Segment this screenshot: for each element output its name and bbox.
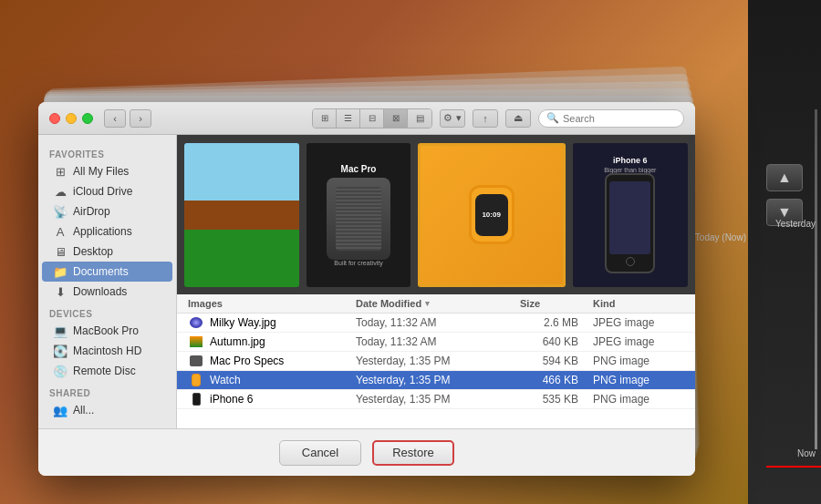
mac-pro-subtitle: Built for creativity bbox=[334, 260, 382, 266]
tags-section-label: Tags bbox=[38, 420, 176, 428]
view-icon-button[interactable]: ⊞ bbox=[313, 109, 337, 128]
search-input[interactable] bbox=[563, 113, 676, 124]
remote-disc-label: Remote Disc bbox=[73, 365, 136, 377]
file-kind-iphone6: PNG image bbox=[593, 393, 684, 406]
sidebar-item-all-my-files[interactable]: ⊞ All My Files bbox=[42, 161, 172, 181]
sidebar-item-remote-disc[interactable]: 💿 Remote Disc bbox=[42, 361, 172, 381]
file-name-mac-pro-specs: Mac Pro Specs bbox=[188, 355, 356, 367]
file-kind-milky-way: JPEG image bbox=[593, 316, 684, 329]
file-size-milky-way: 2.6 MB bbox=[520, 316, 593, 329]
file-size-watch: 466 KB bbox=[520, 374, 593, 386]
iphone6-thumbnail bbox=[192, 393, 201, 406]
downloads-icon: ⬇ bbox=[53, 284, 68, 299]
preview-thumb-watch[interactable]: 10:09 bbox=[418, 143, 566, 287]
share-button[interactable]: ↑ bbox=[473, 109, 498, 128]
view-list-button[interactable]: ☰ bbox=[337, 109, 360, 128]
nav-buttons: ‹ › bbox=[104, 109, 151, 128]
column-header-kind[interactable]: Kind bbox=[593, 298, 684, 309]
applications-label: Applications bbox=[73, 225, 132, 238]
time-machine-yesterday-label: Yesterday bbox=[775, 219, 816, 229]
preview-thumb-milky-way[interactable] bbox=[184, 143, 299, 287]
time-machine-today-label: Today (Now) bbox=[695, 232, 746, 242]
file-icon-autumn bbox=[188, 335, 204, 348]
column-header-size[interactable]: Size bbox=[520, 298, 593, 309]
sidebar-item-applications[interactable]: A Applications bbox=[42, 221, 172, 242]
macintosh-hd-label: Macintosh HD bbox=[73, 345, 141, 357]
airdrop-icon: 📡 bbox=[53, 204, 68, 219]
sidebar-item-all-shared[interactable]: 👥 All... bbox=[42, 400, 172, 420]
cancel-button[interactable]: Cancel bbox=[279, 440, 361, 466]
file-list-header: Images Date Modified ▾ Size Kind bbox=[177, 294, 695, 314]
sort-arrow-icon: ▾ bbox=[425, 299, 430, 308]
file-icon-milky-way bbox=[188, 316, 204, 329]
mac-pro-grill bbox=[336, 187, 381, 251]
favorites-section-label: Favorites bbox=[38, 142, 176, 161]
file-list: Images Date Modified ▾ Size Kind Milky W… bbox=[177, 294, 695, 428]
column-header-name[interactable]: Images bbox=[188, 298, 356, 309]
sidebar-item-documents[interactable]: 📁 Documents bbox=[42, 262, 172, 282]
preview-thumb-iphone6[interactable]: iPhone 6 Bigger than bigger bbox=[573, 143, 688, 287]
maximize-button[interactable] bbox=[82, 113, 93, 124]
all-shared-icon: 👥 bbox=[53, 403, 68, 417]
file-kind-watch: PNG image bbox=[593, 374, 684, 386]
table-row[interactable]: iPhone 6 Yesterday, 1:35 PM 535 KB PNG i… bbox=[177, 390, 695, 409]
file-date-watch: Yesterday, 1:35 PM bbox=[356, 374, 520, 386]
back-button[interactable]: ‹ bbox=[104, 109, 126, 128]
column-header-date[interactable]: Date Modified ▾ bbox=[356, 298, 520, 309]
forward-button[interactable]: › bbox=[130, 109, 151, 128]
autumn-thumbnail bbox=[190, 336, 203, 347]
watch-time-display: 10:09 bbox=[482, 211, 500, 219]
mac-pro-thumbnail bbox=[190, 355, 203, 366]
macbook-pro-label: MacBook Pro bbox=[73, 324, 139, 337]
watch-thumbnail bbox=[192, 374, 201, 386]
dialog-footer: Cancel Restore bbox=[38, 428, 695, 476]
view-cover-flow-button[interactable]: ⊠ bbox=[384, 109, 408, 128]
time-machine-timeline bbox=[815, 109, 817, 449]
file-icon-mac-pro-specs bbox=[188, 355, 204, 367]
file-size-mac-pro-specs: 594 KB bbox=[520, 355, 593, 367]
sidebar-item-macbook-pro[interactable]: 💻 MacBook Pro bbox=[42, 321, 172, 341]
all-my-files-icon: ⊞ bbox=[53, 164, 68, 179]
view-gallery-button[interactable]: ▤ bbox=[408, 109, 431, 128]
mac-pro-title: Mac Pro bbox=[341, 164, 377, 174]
preview-thumb-mac-pro[interactable]: Mac Pro Built for creativity bbox=[307, 143, 410, 287]
toolbar-right: ⊞ ☰ ⊟ ⊠ ▤ ⚙ ▾ ↑ ⏏ 🔍 bbox=[312, 108, 684, 129]
preview-area: Mac Pro Built for creativity 10:09 bbox=[177, 135, 695, 294]
sidebar-item-airdrop[interactable]: 📡 AirDrop bbox=[42, 201, 172, 221]
minimize-button[interactable] bbox=[66, 113, 77, 124]
file-kind-autumn: JPEG image bbox=[593, 335, 684, 348]
sidebar-item-desktop[interactable]: 🖥 Desktop bbox=[42, 242, 172, 262]
finder-dialog: ‹ › Documents ⊞ ☰ ⊟ ⊠ ▤ ⚙ ▾ ↑ ⏏ 🔍 bbox=[38, 102, 695, 476]
table-row[interactable]: Watch Yesterday, 1:35 PM 466 KB PNG imag… bbox=[177, 371, 695, 390]
file-size-iphone6: 535 KB bbox=[520, 393, 593, 406]
close-button[interactable] bbox=[49, 113, 60, 124]
watch-shape: 10:09 bbox=[469, 185, 514, 244]
macbook-pro-icon: 💻 bbox=[53, 324, 68, 338]
sidebar-item-downloads[interactable]: ⬇ Downloads bbox=[42, 282, 172, 302]
mac-pro-icon-shape bbox=[327, 178, 390, 260]
file-date-iphone6: Yesterday, 1:35 PM bbox=[356, 393, 520, 406]
traffic-lights bbox=[49, 113, 93, 124]
table-row[interactable]: Autumn.jpg Today, 11:32 AM 640 KB JPEG i… bbox=[177, 333, 695, 352]
dialog-body: Favorites ⊞ All My Files ☁ iCloud Drive … bbox=[38, 135, 695, 428]
documents-label: Documents bbox=[73, 265, 129, 278]
watch-screen: 10:09 bbox=[475, 194, 508, 236]
file-name-watch: Watch bbox=[188, 374, 356, 386]
restore-button[interactable]: Restore bbox=[372, 440, 454, 466]
applications-icon: A bbox=[53, 224, 68, 239]
downloads-label: Downloads bbox=[73, 285, 127, 298]
search-box[interactable]: 🔍 bbox=[538, 109, 684, 128]
table-row[interactable]: Mac Pro Specs Yesterday, 1:35 PM 594 KB … bbox=[177, 352, 695, 371]
action-button[interactable]: ⚙ ▾ bbox=[440, 109, 465, 128]
nature-image bbox=[184, 143, 299, 287]
sidebar-item-icloud-drive[interactable]: ☁ iCloud Drive bbox=[42, 181, 172, 201]
sidebar: Favorites ⊞ All My Files ☁ iCloud Drive … bbox=[38, 135, 177, 428]
view-columns-button[interactable]: ⊟ bbox=[360, 109, 384, 128]
table-row[interactable]: Milky Way.jpg Today, 11:32 AM 2.6 MB JPE… bbox=[177, 314, 695, 333]
file-date-autumn: Today, 11:32 AM bbox=[356, 335, 520, 348]
sidebar-item-macintosh-hd[interactable]: 💽 Macintosh HD bbox=[42, 341, 172, 361]
time-machine-up-button[interactable]: ▲ bbox=[766, 164, 803, 191]
eject-button[interactable]: ⏏ bbox=[505, 109, 531, 128]
all-my-files-label: All My Files bbox=[73, 165, 129, 178]
icloud-drive-icon: ☁ bbox=[53, 184, 68, 199]
